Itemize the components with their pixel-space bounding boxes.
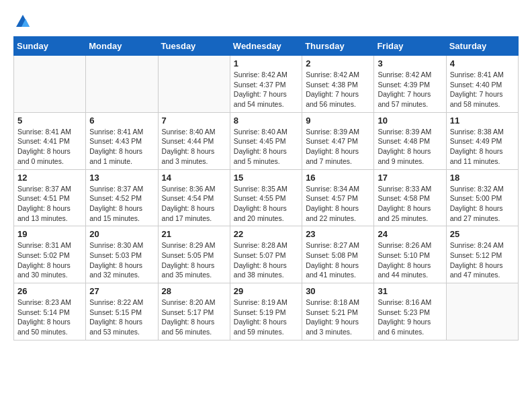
cell-day-number: 27 <box>89 286 154 296</box>
calendar-table: SundayMondayTuesdayWednesdayThursdayFrid… <box>13 36 519 340</box>
logo <box>13 13 31 30</box>
cell-day-number: 13 <box>89 173 154 183</box>
calendar-cell: 13Sunrise: 8:37 AM Sunset: 4:52 PM Dayli… <box>86 169 158 226</box>
cell-day-number: 7 <box>162 116 226 126</box>
cell-day-number: 25 <box>450 229 515 239</box>
cell-info-text: Sunrise: 8:36 AM Sunset: 4:54 PM Dayligh… <box>162 184 226 224</box>
cell-day-number: 2 <box>306 58 370 68</box>
calendar-week-row: 1Sunrise: 8:42 AM Sunset: 4:37 PM Daylig… <box>14 56 519 113</box>
calendar-cell <box>86 56 158 113</box>
calendar-cell: 14Sunrise: 8:36 AM Sunset: 4:54 PM Dayli… <box>158 169 230 226</box>
cell-info-text: Sunrise: 8:42 AM Sunset: 4:37 PM Dayligh… <box>234 70 298 109</box>
cell-day-number: 1 <box>234 58 298 68</box>
cell-info-text: Sunrise: 8:23 AM Sunset: 5:14 PM Dayligh… <box>17 298 82 337</box>
day-header-saturday: Saturday <box>446 37 518 56</box>
calendar-cell: 19Sunrise: 8:31 AM Sunset: 5:02 PM Dayli… <box>14 226 86 283</box>
cell-info-text: Sunrise: 8:38 AM Sunset: 4:49 PM Dayligh… <box>450 127 515 167</box>
cell-day-number: 17 <box>378 173 442 183</box>
calendar-cell: 12Sunrise: 8:37 AM Sunset: 4:51 PM Dayli… <box>14 169 86 226</box>
cell-day-number: 4 <box>450 58 515 68</box>
cell-info-text: Sunrise: 8:30 AM Sunset: 5:03 PM Dayligh… <box>89 240 154 280</box>
calendar-cell: 3Sunrise: 8:42 AM Sunset: 4:39 PM Daylig… <box>374 56 446 113</box>
cell-day-number: 26 <box>17 286 82 296</box>
cell-info-text: Sunrise: 8:40 AM Sunset: 4:45 PM Dayligh… <box>234 127 298 167</box>
cell-info-text: Sunrise: 8:37 AM Sunset: 4:51 PM Dayligh… <box>17 184 82 224</box>
cell-day-number: 6 <box>89 116 154 126</box>
page-header <box>13 13 519 30</box>
calendar-cell: 27Sunrise: 8:22 AM Sunset: 5:15 PM Dayli… <box>86 283 158 340</box>
day-header-sunday: Sunday <box>14 37 86 56</box>
day-header-tuesday: Tuesday <box>158 37 230 56</box>
cell-day-number: 11 <box>450 116 515 126</box>
calendar-cell: 2Sunrise: 8:42 AM Sunset: 4:38 PM Daylig… <box>302 56 374 113</box>
calendar-cell: 17Sunrise: 8:33 AM Sunset: 4:58 PM Dayli… <box>374 169 446 226</box>
day-header-thursday: Thursday <box>302 37 374 56</box>
cell-day-number: 23 <box>306 229 370 239</box>
day-header-monday: Monday <box>86 37 158 56</box>
calendar-cell: 7Sunrise: 8:40 AM Sunset: 4:44 PM Daylig… <box>158 112 230 169</box>
calendar-cell <box>446 283 518 340</box>
cell-info-text: Sunrise: 8:41 AM Sunset: 4:41 PM Dayligh… <box>17 127 82 167</box>
cell-day-number: 24 <box>378 229 442 239</box>
cell-info-text: Sunrise: 8:33 AM Sunset: 4:58 PM Dayligh… <box>378 184 442 224</box>
cell-info-text: Sunrise: 8:20 AM Sunset: 5:17 PM Dayligh… <box>162 298 226 337</box>
cell-info-text: Sunrise: 8:26 AM Sunset: 5:10 PM Dayligh… <box>378 240 442 280</box>
calendar-cell: 21Sunrise: 8:29 AM Sunset: 5:05 PM Dayli… <box>158 226 230 283</box>
calendar-cell: 11Sunrise: 8:38 AM Sunset: 4:49 PM Dayli… <box>446 112 518 169</box>
cell-info-text: Sunrise: 8:31 AM Sunset: 5:02 PM Dayligh… <box>17 240 82 280</box>
cell-day-number: 30 <box>306 286 370 296</box>
calendar-cell: 5Sunrise: 8:41 AM Sunset: 4:41 PM Daylig… <box>14 112 86 169</box>
calendar-week-row: 12Sunrise: 8:37 AM Sunset: 4:51 PM Dayli… <box>14 169 519 226</box>
cell-info-text: Sunrise: 8:41 AM Sunset: 4:43 PM Dayligh… <box>89 127 154 167</box>
calendar-cell: 8Sunrise: 8:40 AM Sunset: 4:45 PM Daylig… <box>230 112 302 169</box>
cell-day-number: 15 <box>234 173 298 183</box>
calendar-cell: 26Sunrise: 8:23 AM Sunset: 5:14 PM Dayli… <box>14 283 86 340</box>
cell-info-text: Sunrise: 8:28 AM Sunset: 5:07 PM Dayligh… <box>234 240 298 280</box>
day-header-wednesday: Wednesday <box>230 37 302 56</box>
cell-info-text: Sunrise: 8:39 AM Sunset: 4:47 PM Dayligh… <box>306 127 370 167</box>
cell-info-text: Sunrise: 8:32 AM Sunset: 5:00 PM Dayligh… <box>450 184 515 224</box>
cell-info-text: Sunrise: 8:40 AM Sunset: 4:44 PM Dayligh… <box>162 127 226 167</box>
calendar-cell: 29Sunrise: 8:19 AM Sunset: 5:19 PM Dayli… <box>230 283 302 340</box>
day-header-friday: Friday <box>374 37 446 56</box>
calendar-cell: 23Sunrise: 8:27 AM Sunset: 5:08 PM Dayli… <box>302 226 374 283</box>
calendar-week-row: 5Sunrise: 8:41 AM Sunset: 4:41 PM Daylig… <box>14 112 519 169</box>
calendar-cell: 31Sunrise: 8:16 AM Sunset: 5:23 PM Dayli… <box>374 283 446 340</box>
cell-day-number: 10 <box>378 116 442 126</box>
cell-info-text: Sunrise: 8:34 AM Sunset: 4:57 PM Dayligh… <box>306 184 370 224</box>
cell-info-text: Sunrise: 8:35 AM Sunset: 4:55 PM Dayligh… <box>234 184 298 224</box>
cell-day-number: 16 <box>306 173 370 183</box>
cell-info-text: Sunrise: 8:27 AM Sunset: 5:08 PM Dayligh… <box>306 240 370 280</box>
cell-day-number: 29 <box>234 286 298 296</box>
calendar-cell: 20Sunrise: 8:30 AM Sunset: 5:03 PM Dayli… <box>86 226 158 283</box>
cell-info-text: Sunrise: 8:39 AM Sunset: 4:48 PM Dayligh… <box>378 127 442 167</box>
calendar-cell: 30Sunrise: 8:18 AM Sunset: 5:21 PM Dayli… <box>302 283 374 340</box>
cell-day-number: 9 <box>306 116 370 126</box>
calendar-cell: 22Sunrise: 8:28 AM Sunset: 5:07 PM Dayli… <box>230 226 302 283</box>
cell-day-number: 3 <box>378 58 442 68</box>
cell-day-number: 12 <box>17 173 82 183</box>
cell-info-text: Sunrise: 8:22 AM Sunset: 5:15 PM Dayligh… <box>89 298 154 337</box>
cell-day-number: 18 <box>450 173 515 183</box>
calendar-week-row: 26Sunrise: 8:23 AM Sunset: 5:14 PM Dayli… <box>14 283 519 340</box>
calendar-cell: 15Sunrise: 8:35 AM Sunset: 4:55 PM Dayli… <box>230 169 302 226</box>
calendar-cell: 6Sunrise: 8:41 AM Sunset: 4:43 PM Daylig… <box>86 112 158 169</box>
cell-info-text: Sunrise: 8:41 AM Sunset: 4:40 PM Dayligh… <box>450 70 515 109</box>
cell-day-number: 19 <box>17 229 82 239</box>
calendar-cell: 25Sunrise: 8:24 AM Sunset: 5:12 PM Dayli… <box>446 226 518 283</box>
cell-info-text: Sunrise: 8:29 AM Sunset: 5:05 PM Dayligh… <box>162 240 226 280</box>
logo-icon <box>15 13 31 30</box>
cell-info-text: Sunrise: 8:24 AM Sunset: 5:12 PM Dayligh… <box>450 240 515 280</box>
calendar-cell: 4Sunrise: 8:41 AM Sunset: 4:40 PM Daylig… <box>446 56 518 113</box>
cell-day-number: 14 <box>162 173 226 183</box>
cell-day-number: 22 <box>234 229 298 239</box>
calendar-cell: 1Sunrise: 8:42 AM Sunset: 4:37 PM Daylig… <box>230 56 302 113</box>
calendar-cell <box>158 56 230 113</box>
cell-info-text: Sunrise: 8:37 AM Sunset: 4:52 PM Dayligh… <box>89 184 154 224</box>
cell-day-number: 5 <box>17 116 82 126</box>
cell-day-number: 28 <box>162 286 226 296</box>
calendar-cell: 28Sunrise: 8:20 AM Sunset: 5:17 PM Dayli… <box>158 283 230 340</box>
cell-info-text: Sunrise: 8:18 AM Sunset: 5:21 PM Dayligh… <box>306 298 370 337</box>
calendar-cell <box>14 56 86 113</box>
cell-day-number: 20 <box>89 229 154 239</box>
